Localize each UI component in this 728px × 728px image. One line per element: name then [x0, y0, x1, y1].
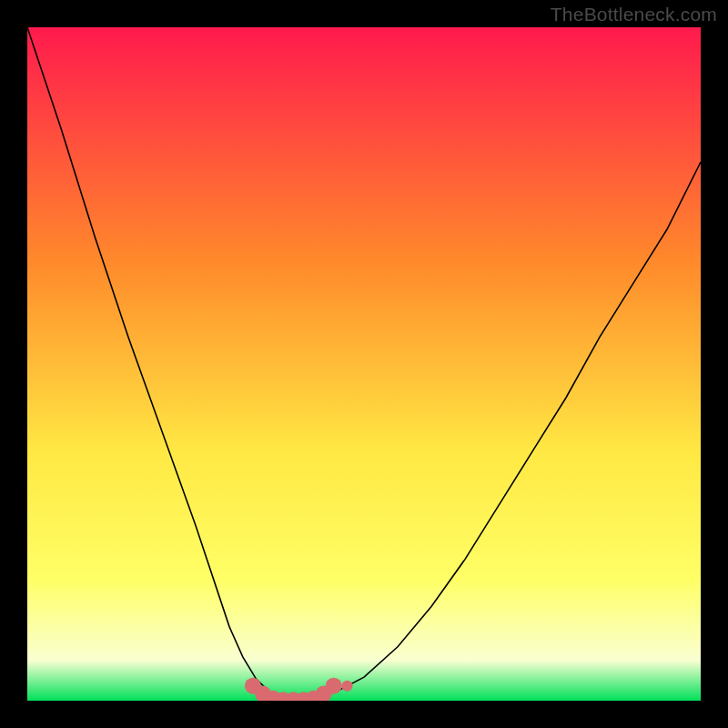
- watermark-text: TheBottleneck.com: [551, 4, 717, 25]
- chart-frame: TheBottleneck.com: [0, 0, 728, 728]
- highlight-dot-outlier: [342, 681, 353, 692]
- plot-area: [27, 27, 701, 701]
- chart-svg: [27, 27, 701, 701]
- highlight-dot: [326, 678, 342, 694]
- gradient-background: [27, 27, 701, 701]
